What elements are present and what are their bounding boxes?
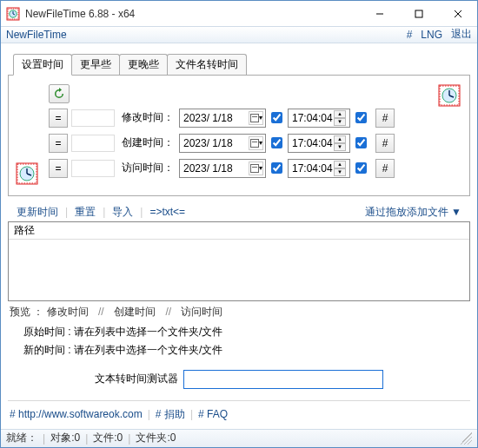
footer-donate[interactable]: # 捐助 — [156, 407, 185, 422]
tester-line: 文本转时间测试器 — [8, 370, 470, 389]
label-accessed: 访问时间： — [120, 161, 174, 175]
preview-label: 预览 ： — [10, 306, 43, 318]
row-created: = 创建时间： 2023/ 1/18 ▾ 17:04:04 ▲▼ # — [17, 133, 461, 154]
refresh-icon — [53, 88, 65, 100]
window-title: NewFileTime 6.88 - x64 — [25, 8, 135, 20]
tab-earlier[interactable]: 更早些 — [71, 54, 120, 75]
status-dirs: 文件夹:0 — [136, 431, 176, 445]
menu-hash[interactable]: # — [407, 29, 413, 41]
close-button[interactable] — [438, 1, 477, 26]
offset-slot-accessed[interactable] — [71, 160, 115, 177]
menu-language[interactable]: LNG — [421, 29, 442, 41]
file-list[interactable]: 路径 — [8, 221, 470, 301]
import-button[interactable]: 导入 — [105, 205, 140, 220]
svg-rect-6 — [415, 10, 422, 17]
eq-button-modified[interactable]: = — [49, 109, 68, 128]
time-value: 17:04:04 — [292, 112, 333, 124]
list-header[interactable]: 路径 — [9, 222, 469, 240]
tab-later[interactable]: 更晚些 — [119, 54, 168, 75]
menu-exit[interactable]: 退出 — [451, 27, 472, 42]
original-time-line: 原始时间 : 请在列表中选择一个文件夹/文件 — [23, 325, 468, 339]
divider — [8, 400, 470, 401]
tabs: 设置时间 更早些 更晚些 文件名转时间 — [13, 54, 470, 75]
refresh-button[interactable] — [49, 84, 70, 103]
label-modified: 修改时间： — [120, 110, 174, 125]
preview-line: 预览 ： 修改时间 // 创建时间 // 访问时间 — [10, 305, 468, 320]
clock-icon-left[interactable] — [16, 162, 38, 185]
export-txt-button[interactable]: =>txt<= — [143, 206, 192, 218]
menu-bar: NewFileTime # LNG 退出 — [1, 26, 477, 43]
hash-button-accessed[interactable]: # — [375, 159, 395, 178]
tab-page-set-time: = 修改时间： 2023/ 1/18 ▾ 17:04:04 ▲▼ # = — [8, 75, 470, 196]
tester-input[interactable] — [183, 370, 383, 389]
client-area: 设置时间 更早些 更晚些 文件名转时间 — [1, 43, 477, 429]
status-objects: 对象:0 — [50, 431, 80, 445]
hash-button-created[interactable]: # — [375, 134, 395, 153]
calendar-icon[interactable]: ▾ — [249, 136, 263, 150]
status-files: 文件:0 — [93, 431, 123, 445]
time-value: 17:04:04 — [292, 162, 333, 175]
date-picker-created[interactable]: 2023/ 1/18 ▾ — [179, 134, 266, 153]
add-by-drag-button[interactable]: 通过拖放添加文件 ▼ — [358, 205, 468, 220]
checkbox-date-created[interactable] — [271, 137, 282, 148]
calendar-icon[interactable]: ▾ — [249, 161, 263, 175]
time-spinner[interactable]: ▲▼ — [334, 135, 346, 151]
time-spinner[interactable]: ▲▼ — [334, 110, 346, 126]
date-value: 2023/ 1/18 — [183, 137, 233, 149]
eq-button-accessed[interactable]: = — [49, 159, 68, 178]
reset-button[interactable]: 重置 — [68, 205, 103, 220]
date-picker-modified[interactable]: 2023/ 1/18 ▾ — [179, 109, 266, 128]
checkbox-time-accessed[interactable] — [355, 162, 367, 174]
app-icon — [6, 7, 20, 21]
date-value: 2023/ 1/18 — [183, 162, 233, 175]
footer-url[interactable]: # http://www.softwareok.com — [10, 408, 143, 420]
calendar-icon[interactable]: ▾ — [249, 111, 263, 125]
maximize-icon — [415, 10, 423, 18]
date-picker-accessed[interactable]: 2023/ 1/18 ▾ — [179, 159, 266, 178]
tester-label: 文本转时间测试器 — [95, 372, 178, 386]
minimize-button[interactable] — [360, 1, 399, 26]
status-bar: 就绪： | 对象:0 | 文件:0 | 文件夹:0 — [1, 429, 477, 447]
close-icon — [454, 10, 462, 18]
checkbox-time-modified[interactable] — [355, 112, 367, 123]
app-name-label[interactable]: NewFileTime — [6, 29, 398, 41]
offset-slot-modified[interactable] — [71, 109, 115, 127]
row-accessed: = 访问时间： 2023/ 1/18 ▾ 17:04:04 ▲▼ # — [17, 158, 461, 179]
new-time-line: 新的时间 : 请在列表中选择一个文件夹/文件 — [23, 343, 468, 358]
title-bar[interactable]: NewFileTime 6.88 - x64 — [1, 1, 477, 26]
row-modified: = 修改时间： 2023/ 1/18 ▾ 17:04:04 ▲▼ # — [17, 108, 461, 128]
time-picker-modified[interactable]: 17:04:04 ▲▼ — [288, 109, 350, 128]
label-created: 创建时间： — [120, 135, 174, 150]
offset-slot-created[interactable] — [71, 135, 115, 152]
column-path[interactable]: 路径 — [14, 223, 35, 238]
checkbox-time-created[interactable] — [355, 137, 367, 148]
footer-faq[interactable]: # FAQ — [198, 408, 228, 420]
checkbox-date-accessed[interactable] — [271, 162, 282, 174]
time-spinner[interactable]: ▲▼ — [334, 161, 346, 176]
time-value: 17:04:04 — [292, 137, 333, 149]
maximize-button[interactable] — [399, 1, 438, 26]
eq-button-created[interactable]: = — [49, 134, 68, 153]
tab-filename-to-time[interactable]: 文件名转时间 — [167, 54, 247, 75]
app-window: NewFileTime 6.88 - x64 NewFileTime # LNG… — [0, 0, 478, 448]
time-picker-created[interactable]: 17:04:04 ▲▼ — [288, 134, 350, 153]
footer-links: # http://www.softwareok.com | # 捐助 | # F… — [8, 404, 470, 425]
tab-set-time[interactable]: 设置时间 — [13, 54, 72, 76]
status-ready: 就绪： — [6, 431, 37, 445]
date-value: 2023/ 1/18 — [183, 112, 233, 124]
clock-icon-right[interactable] — [438, 84, 461, 107]
update-time-button[interactable]: 更新时间 — [10, 205, 65, 220]
time-picker-accessed[interactable]: 17:04:04 ▲▼ — [288, 159, 350, 178]
hash-button-modified[interactable]: # — [375, 109, 395, 128]
resize-grip[interactable] — [460, 432, 472, 445]
minimize-icon — [375, 10, 384, 18]
action-toolbar: 更新时间 | 重置 | 导入 | =>txt<= 通过拖放添加文件 ▼ — [8, 203, 470, 221]
checkbox-date-modified[interactable] — [271, 112, 282, 123]
